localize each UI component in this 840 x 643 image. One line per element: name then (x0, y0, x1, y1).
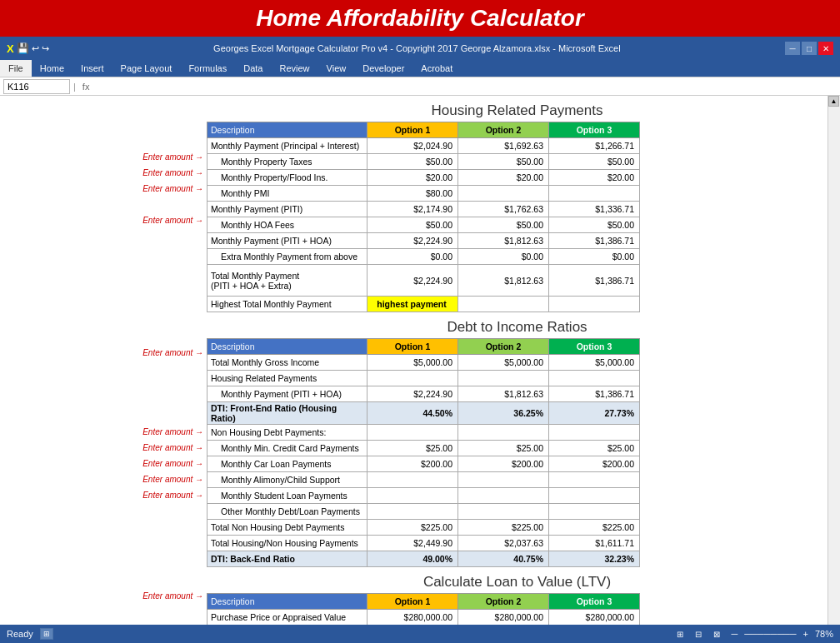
dti-row8-opt1 (368, 488, 458, 504)
qa-redo-icon[interactable]: ↪ (42, 43, 49, 54)
dti-row10-opt2: $225.00 (458, 520, 549, 536)
housing-row3-opt2 (458, 186, 549, 202)
housing-row6-opt1: $2,224.90 (368, 233, 458, 249)
housing-row5-desc: Monthly HOA Fees (208, 217, 368, 233)
tab-view[interactable]: View (318, 60, 355, 77)
enter-amount-income: Enter amount → (0, 345, 207, 361)
housing-row0-desc: Monthly Payment (Principal + Interest) (208, 138, 368, 154)
housing-col-desc-header: Description (208, 122, 368, 138)
housing-row4-opt3: $1,336.71 (548, 202, 639, 217)
enter-amount-taxes: Enter amount → (0, 149, 207, 165)
dti-row11-opt2: $2,037.63 (458, 536, 549, 551)
dti-row4-desc: Non Housing Debt Payments: (208, 425, 368, 441)
status-right: ⊞ ⊟ ⊠ ─ ──────── + 78% (672, 627, 833, 641)
close-button[interactable]: ✕ (818, 42, 833, 55)
page-layout-button[interactable]: ⊟ (691, 627, 706, 641)
tab-file[interactable]: File (0, 60, 32, 77)
dti-row0-opt1: $5,000.00 (368, 355, 458, 371)
dti-row6-desc: Monthly Car Loan Payments (208, 456, 368, 472)
formula-input[interactable] (96, 82, 837, 92)
enter-amount-car: Enter amount → (0, 440, 207, 456)
housing-row6-opt2: $1,812.63 (458, 233, 549, 249)
dti-row9-desc: Other Monthly Debt/Loan Payments (208, 504, 368, 520)
tab-formulas[interactable]: Formulas (180, 60, 235, 77)
restore-button[interactable]: □ (802, 42, 817, 55)
table-row: Extra Monthly Payment from above $0.00 $… (208, 249, 640, 265)
enter-amount-credit: Enter amount → (0, 424, 207, 440)
housing-row7-opt2: $0.00 (458, 249, 549, 265)
qa-undo-icon[interactable]: ↩ (32, 43, 39, 54)
dti-row0-desc: Total Monthly Gross Income (208, 355, 368, 371)
dti-row1-opt1 (368, 371, 458, 386)
zoom-slider[interactable]: ──────── (744, 629, 796, 639)
ribbon: File Home Insert Page Layout Formulas Da… (0, 60, 840, 77)
scroll-up-button[interactable]: ▲ (828, 96, 839, 107)
tab-data[interactable]: Data (235, 60, 271, 77)
dti-row0-opt3: $5,000.00 (548, 355, 639, 371)
housing-row3-opt1: $80.00 (368, 186, 458, 202)
cell-reference-box[interactable] (3, 79, 70, 94)
qa-save-icon[interactable]: 💾 (17, 42, 29, 54)
page-break-button[interactable]: ⊠ (709, 627, 724, 641)
page-view-icon[interactable]: ⊞ (40, 628, 53, 640)
table-row: Monthly Student Loan Payments (208, 488, 640, 504)
ltv-col-desc-header: Description (208, 594, 368, 610)
minimize-button[interactable]: ─ (785, 42, 800, 55)
ltv-row0-desc: Purchase Price or Appraised Value (208, 610, 368, 626)
ltv-header-row: Description Option 1 Option 2 Option 3 (208, 594, 640, 610)
housing-row1-opt1: $50.00 (368, 154, 458, 170)
dti-row12-desc: DTI: Back-End Ratio (208, 551, 368, 567)
tab-page-layout[interactable]: Page Layout (112, 60, 181, 77)
zoom-plus[interactable]: + (803, 629, 808, 639)
enter-amount-alimony: Enter amount → (0, 456, 207, 471)
dti-row2-opt1: $2,224.90 (368, 386, 458, 402)
housing-header-row: Description Option 1 Option 2 Option 3 (208, 122, 640, 138)
housing-row9-opt2 (458, 297, 549, 312)
housing-table: Description Option 1 Option 2 Option 3 M… (207, 122, 640, 312)
vertical-scrollbar[interactable]: ▲ ▼ (828, 96, 840, 642)
tab-home[interactable]: Home (32, 60, 72, 77)
table-row: Monthly Car Loan Payments $200.00 $200.0… (208, 456, 640, 472)
ltv-col-opt1-header: Option 1 (368, 594, 458, 610)
dti-row9-opt1 (368, 504, 458, 520)
ltv-row0-opt1: $280,000.00 (368, 610, 458, 626)
dti-row10-opt1: $225.00 (368, 520, 458, 536)
housing-row7-opt3: $0.00 (548, 249, 639, 265)
housing-row9-opt1: highest payment (368, 297, 458, 312)
housing-row8-opt2: $1,812.63 (458, 265, 549, 297)
dti-col-opt2-header: Option 2 (458, 339, 549, 355)
status-bar: Ready ⊞ ⊞ ⊟ ⊠ ─ ──────── + 78% (0, 625, 840, 643)
dti-row4-opt2 (458, 425, 549, 441)
dti-col-desc-header: Description (208, 339, 368, 355)
ltv-col-opt2-header: Option 2 (458, 594, 549, 610)
normal-view-button[interactable]: ⊞ (672, 627, 688, 641)
tables-container: Housing Related Payments Description Opt… (207, 96, 828, 642)
dti-row1-desc: Housing Related Payments (208, 371, 368, 386)
housing-row6-desc: Monthly Payment (PITI + HOA) (208, 233, 368, 249)
ltv-row0-opt3: $280,000.00 (548, 610, 639, 626)
dti-row5-opt3: $25.00 (548, 441, 639, 456)
tab-review[interactable]: Review (271, 60, 318, 77)
ready-status: Ready (7, 629, 33, 639)
tab-developer[interactable]: Developer (354, 60, 412, 77)
housing-row8-desc: Total Monthly Payment(PITI + HOA + Extra… (208, 265, 368, 297)
housing-row1-opt2: $50.00 (458, 154, 549, 170)
table-row: Total Monthly Gross Income $5,000.00 $5,… (208, 355, 640, 371)
excel-title-bar: X 💾 ↩ ↪ Georges Excel Mortgage Calculato… (0, 37, 840, 60)
table-row: Housing Related Payments (208, 371, 640, 386)
zoom-minus[interactable]: ─ (731, 629, 738, 639)
dti-row2-desc: Monthly Payment (PITI + HOA) (208, 386, 368, 402)
dti-col-opt3-header: Option 3 (548, 339, 639, 355)
housing-row0-opt3: $1,266.71 (548, 138, 639, 154)
table-row: Total Monthly Payment(PITI + HOA + Extra… (208, 265, 640, 297)
tab-insert[interactable]: Insert (72, 60, 112, 77)
dti-row3-opt3: 27.73% (548, 402, 639, 425)
dti-row12-opt2: 40.75% (458, 551, 549, 567)
table-row: Monthly Property Taxes $50.00 $50.00 $50… (208, 154, 640, 170)
tab-acrobat[interactable]: Acrobat (412, 60, 461, 77)
housing-row9-desc: Highest Total Monthly Payment (208, 297, 368, 312)
dti-row7-desc: Monthly Alimony/Child Support (208, 472, 368, 488)
housing-row8-opt1: $2,224.90 (368, 265, 458, 297)
table-row: Highest Total Monthly Payment highest pa… (208, 297, 640, 312)
housing-row6-opt3: $1,386.71 (548, 233, 639, 249)
